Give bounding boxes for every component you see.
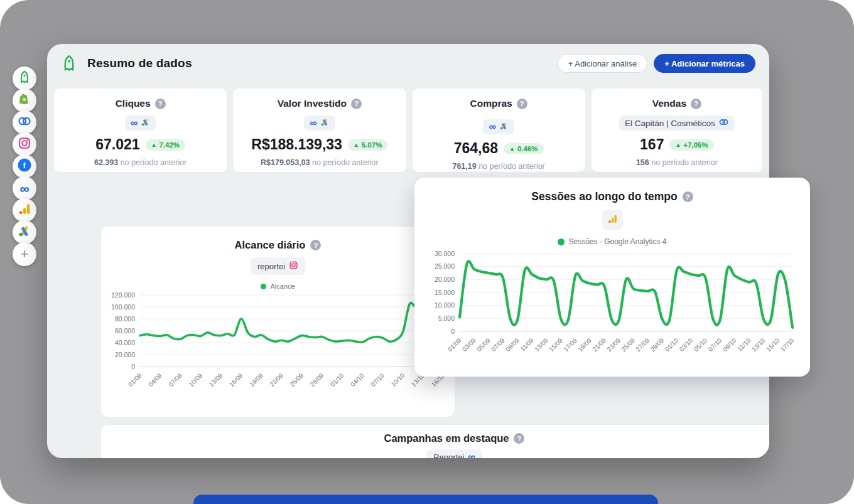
- y-axis-tick-label: 0: [451, 328, 455, 335]
- x-axis-tick-label: 05/10: [693, 336, 709, 353]
- chart-legend: Alcance: [101, 282, 455, 290]
- metric-delta-badge: ▲5.07%: [348, 139, 388, 151]
- campaigns-card: Campanhas em destaque? Reportei ∞ Nome d…: [100, 424, 769, 458]
- metric-previous-value: 156: [636, 158, 649, 167]
- dock-item-ecommerce[interactable]: [13, 110, 36, 134]
- x-axis-tick-label: 13/10: [750, 336, 767, 353]
- up-arrow-icon: ▲: [509, 146, 515, 152]
- x-axis-tick-label: 03/09: [461, 336, 477, 353]
- store-label: El Capitán | Cosméticos: [625, 119, 715, 128]
- dock-item-shopify[interactable]: S: [13, 88, 36, 112]
- x-axis-tick-label: 07/10: [707, 336, 723, 353]
- metric-delta: 7.42%: [159, 141, 180, 149]
- metric-card-compras: Compras? ∞ 764,68 ▲0.46% 761,19 no perío…: [412, 88, 586, 173]
- campaigns-title: Campanhas em destaque: [384, 432, 509, 444]
- help-icon[interactable]: ?: [351, 99, 362, 109]
- sessoes-series-line: [460, 261, 792, 328]
- metric-delta: +7,05%: [683, 141, 708, 149]
- x-axis-tick-label: 13/09: [533, 336, 549, 353]
- alcance-line-chart: 020.00040.00060.00080.000100.000120.0000…: [104, 291, 452, 403]
- sessoes-line-chart: 05.00010.00015.00020.00025.00030.00001/0…: [422, 249, 803, 368]
- metric-value: 167: [640, 136, 664, 153]
- metric-delta-badge: ▲7.42%: [146, 139, 186, 151]
- integrations-dock: S f: [13, 67, 38, 265]
- y-axis-tick-label: 120.000: [111, 291, 135, 299]
- x-axis-tick-label: 15/10: [765, 336, 781, 353]
- help-icon[interactable]: ?: [517, 99, 527, 109]
- shopify-icon: S: [18, 92, 31, 109]
- add-analysis-button[interactable]: + Adicionar análise: [558, 54, 648, 73]
- x-axis-tick-label: 01/10: [664, 336, 680, 353]
- metric-delta-badge: ▲+7,05%: [669, 139, 713, 151]
- meta-icon: ∞: [310, 118, 316, 128]
- svg-text:f: f: [23, 161, 26, 170]
- meta-icon: ∞: [20, 182, 30, 195]
- y-axis-tick-label: 30.000: [435, 250, 455, 257]
- y-axis-tick-label: 100.000: [111, 303, 135, 311]
- metric-previous: 761,19 no período anterior: [452, 162, 544, 171]
- campaigns-badge-label: Reportei: [433, 453, 464, 459]
- help-icon[interactable]: ?: [691, 99, 701, 109]
- chart-legend: Sessões - Google Analytics 4: [414, 237, 810, 246]
- add-metrics-button[interactable]: + Adicionar métricas: [654, 54, 755, 73]
- help-icon[interactable]: ?: [155, 99, 166, 109]
- x-axis-tick-label: 05/09: [475, 336, 492, 353]
- metric-previous: R$179.053,03 no período anterior: [261, 158, 379, 167]
- x-axis-tick-label: 07/09: [490, 336, 506, 353]
- y-axis-tick-label: 40.000: [115, 339, 135, 346]
- sessoes-chart-card: Sessões ao longo do tempo? Sessões - Goo…: [414, 178, 810, 377]
- dock-item-meta[interactable]: ∞: [13, 176, 36, 200]
- dock-item-add[interactable]: +: [13, 242, 36, 266]
- svg-text:S: S: [23, 97, 26, 102]
- legend-label: Alcance: [270, 282, 295, 290]
- google-ads-icon: [499, 121, 509, 132]
- metric-title: Valor Investido: [278, 98, 347, 109]
- google-ads-icon: [18, 224, 31, 240]
- y-axis-tick-label: 5.000: [438, 314, 455, 322]
- screen: S f: [0, 0, 854, 504]
- y-axis-tick-label: 0: [131, 363, 135, 370]
- x-axis-tick-label: 09/10: [722, 336, 738, 353]
- dock-item-google-ads[interactable]: [13, 220, 36, 244]
- dock-item-reportei[interactable]: [13, 67, 36, 90]
- help-icon[interactable]: ?: [683, 191, 693, 202]
- plus-icon: +: [21, 247, 29, 261]
- metric-previous-value: R$179.053,03: [261, 158, 310, 167]
- metric-title: Vendas: [652, 98, 686, 109]
- metric-previous-suffix: no período anterior: [121, 158, 187, 167]
- y-axis-tick-label: 15.000: [435, 289, 455, 296]
- dock-item-instagram[interactable]: [13, 132, 36, 156]
- y-axis-tick-label: 10.000: [435, 301, 455, 309]
- help-icon[interactable]: ?: [310, 240, 321, 250]
- reportei-rocket-icon: [17, 70, 32, 87]
- up-arrow-icon: ▲: [675, 142, 681, 148]
- x-axis-tick-label: 27/09: [635, 336, 651, 353]
- page-title: Resumo de dados: [87, 56, 192, 70]
- legend-dot: [558, 239, 565, 245]
- chart-source-badge: reportei: [251, 257, 305, 275]
- google-ads-icon: [141, 117, 150, 129]
- metric-value: 764,68: [454, 140, 498, 157]
- source-badge-label: reportei: [257, 262, 285, 271]
- x-axis-tick-label: 17/09: [562, 336, 578, 353]
- metric-value: R$188.139,33: [251, 136, 342, 153]
- dock-item-facebook[interactable]: f: [13, 154, 36, 178]
- help-icon[interactable]: ?: [514, 433, 524, 444]
- metric-title: Compras: [470, 98, 512, 109]
- x-axis-tick-label: 17/10: [779, 336, 796, 353]
- chart-source-badge: [602, 210, 623, 230]
- legend-dot: [261, 284, 266, 289]
- metric-previous-value: 761,19: [452, 162, 476, 171]
- metric-previous-suffix: no período anterior: [478, 162, 545, 171]
- store-badge: El Capitán | Cosméticos: [619, 115, 735, 131]
- x-axis-tick-label: 25/09: [620, 336, 636, 353]
- dock-item-google-analytics[interactable]: [13, 198, 36, 222]
- metric-delta: 0.46%: [517, 145, 538, 153]
- metric-sources-badge: ∞: [304, 115, 335, 131]
- metric-delta-badge: ▲0.46%: [504, 143, 544, 154]
- legend-label: Sessões - Google Analytics 4: [568, 237, 666, 246]
- metric-previous-suffix: no período anterior: [312, 158, 379, 167]
- metric-previous: 156 no período anterior: [636, 158, 718, 167]
- x-axis-tick-label: 03/10: [678, 336, 695, 353]
- linked-circles-icon: [17, 114, 32, 131]
